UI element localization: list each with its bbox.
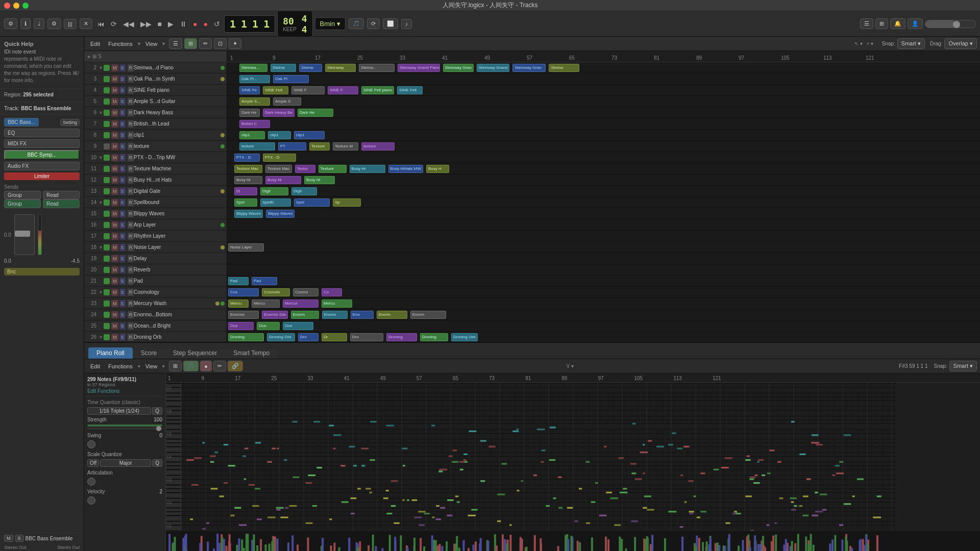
clip[interactable]: Enormo xyxy=(228,311,259,319)
swing-knob[interactable] xyxy=(87,440,95,448)
track-solo-btn[interactable]: S xyxy=(119,199,126,206)
track-solo-btn[interactable]: S xyxy=(119,120,126,128)
track-r-btn[interactable]: R xyxy=(128,154,134,161)
track-mute-btn[interactable]: M xyxy=(111,64,118,71)
clip[interactable]: Busy Hi xyxy=(304,176,335,184)
clip[interactable]: Oce xyxy=(283,322,313,330)
track-r-btn[interactable]: R xyxy=(128,199,134,206)
track-r-btn[interactable]: R xyxy=(128,289,134,296)
clip[interactable]: Steinw... xyxy=(359,64,395,72)
track-solo-btn[interactable]: S xyxy=(119,188,126,195)
track-row[interactable]: 6 ▼ M S R Dark Heavy Bass xyxy=(84,107,227,118)
group-btn[interactable]: Group xyxy=(4,191,41,199)
m-button[interactable]: M xyxy=(4,535,13,542)
snap-value[interactable]: Smart ▾ xyxy=(897,38,925,49)
clip[interactable]: Busy H xyxy=(426,165,449,173)
bnc-button[interactable]: Bnc xyxy=(4,268,80,276)
x-toolbar-btn[interactable]: ✕ xyxy=(80,18,92,29)
track-row[interactable]: 20 M S R Reverb xyxy=(84,264,227,276)
track-solo-btn[interactable]: S xyxy=(119,233,126,240)
clip[interactable]: Oak Pi xyxy=(273,75,309,83)
clip[interactable]: Blippy Waves xyxy=(266,210,295,218)
clip[interactable]: Texture Mac xyxy=(265,165,292,173)
track-mute-btn[interactable]: M xyxy=(111,322,118,330)
track-row[interactable]: 11 M S R Texture Machine xyxy=(84,163,227,174)
fader-handle[interactable] xyxy=(15,231,30,237)
track-mute-btn[interactable]: M xyxy=(111,177,118,184)
export-btn[interactable]: ⬜ xyxy=(383,18,398,29)
user-btn[interactable]: 👤 xyxy=(908,18,923,29)
track-row[interactable]: 8 M S R clip1 xyxy=(84,130,227,141)
clip[interactable]: PT xyxy=(278,142,306,151)
track-mute-btn[interactable]: M xyxy=(111,143,118,150)
track-mute-btn[interactable]: M xyxy=(111,109,118,116)
window-controls[interactable] xyxy=(4,3,29,9)
fast-forward-button[interactable]: ▶▶ xyxy=(138,19,154,29)
track-mute-btn[interactable]: M xyxy=(111,210,118,217)
track-solo-btn[interactable]: S xyxy=(119,177,126,184)
track-r-btn[interactable]: R xyxy=(128,120,134,128)
scale-off-select[interactable]: Off xyxy=(87,459,99,467)
track-r-btn[interactable]: R xyxy=(128,109,134,116)
track-r-btn[interactable]: R xyxy=(128,334,134,341)
track-solo-btn[interactable]: S xyxy=(119,87,126,94)
piano-roll-tab-step-sequencer[interactable]: Step Sequencer xyxy=(165,347,225,359)
loop-button[interactable]: ↺ xyxy=(212,19,222,29)
track-r-btn[interactable]: R xyxy=(128,322,134,330)
clip[interactable]: Droning xyxy=(228,333,264,341)
track-solo-btn[interactable]: S xyxy=(119,165,126,172)
track-row[interactable]: 21 M S R Pad xyxy=(84,276,227,287)
quantize-value-select[interactable]: 1/16 Triplet (1/24) xyxy=(87,407,151,415)
record-button[interactable]: ● xyxy=(191,19,199,29)
clip[interactable]: Dark He xyxy=(239,109,260,117)
clip[interactable]: Steinw xyxy=(271,64,296,72)
clip[interactable]: Texture M xyxy=(333,142,358,151)
track-row[interactable]: 15 M S R Blippy Waves xyxy=(84,208,227,219)
track-row[interactable]: 22 ▼ M S R Cosmology xyxy=(84,287,227,298)
clip[interactable]: Enorm xyxy=(410,311,446,319)
view-menu-button[interactable]: View xyxy=(142,40,161,48)
track-solo-btn[interactable]: S xyxy=(119,255,126,262)
track-r-btn[interactable]: R xyxy=(128,165,134,172)
clip[interactable]: Dark He xyxy=(298,109,333,117)
track-solo-btn[interactable]: S xyxy=(119,244,126,251)
track-mute-btn[interactable]: M xyxy=(111,221,118,229)
midi-fx-button[interactable]: MIDI FX xyxy=(4,139,80,148)
audio-fx-button[interactable]: Audio FX xyxy=(4,162,80,170)
clip[interactable]: Steinway Grand xyxy=(477,64,510,72)
clip[interactable]: Co xyxy=(322,288,342,296)
clip[interactable]: Spellb xyxy=(260,198,291,207)
clip[interactable]: Steinwa... xyxy=(239,64,267,72)
track-solo-btn[interactable]: S xyxy=(119,143,126,150)
track-r-btn[interactable]: R xyxy=(128,76,134,83)
track-mute-btn[interactable]: M xyxy=(111,120,118,128)
clip[interactable]: Mercu xyxy=(322,299,352,308)
info-toolbar-btn[interactable]: ℹ xyxy=(20,18,31,29)
pr-functions-menu[interactable]: Functions xyxy=(105,362,136,370)
track-row[interactable]: 23 M S R Mercury Wash xyxy=(84,298,227,309)
track-solo-btn[interactable]: S xyxy=(119,311,126,318)
edit-menu-button[interactable]: Edit xyxy=(87,40,103,48)
clip[interactable]: British C xyxy=(239,120,270,128)
settings-toolbar-btn[interactable]: ⚙ xyxy=(47,18,61,29)
track-mute-btn[interactable]: M xyxy=(111,76,118,83)
clip[interactable]: Busy Hi xyxy=(350,165,385,173)
control-toolbar-btn[interactable]: ⚙ xyxy=(4,18,17,29)
clip[interactable]: Digit xyxy=(260,187,288,195)
pr-link-btn[interactable]: 🔗 xyxy=(228,361,243,371)
bbc-symp-button[interactable]: BBC Symp... xyxy=(4,150,80,160)
track-solo-btn[interactable]: S xyxy=(119,210,126,217)
track-solo-btn[interactable]: S xyxy=(119,98,126,105)
clip[interactable]: SINE Felt xyxy=(263,86,288,94)
clip[interactable]: clip1 xyxy=(294,131,325,139)
edit-functions-label[interactable]: Edit Functions xyxy=(87,388,162,394)
clip[interactable]: Mercur xyxy=(283,299,318,308)
track-mute-btn[interactable]: M xyxy=(111,244,118,251)
bbc-bass-button[interactable]: BBC Bass... xyxy=(4,118,39,127)
clip[interactable]: Di xyxy=(234,187,257,195)
track-r-btn[interactable]: R xyxy=(128,64,134,71)
quantize-q-btn[interactable]: Q xyxy=(152,407,162,415)
track-mute-btn[interactable]: M xyxy=(111,289,118,296)
add-track-icon[interactable]: + xyxy=(87,54,90,60)
clip[interactable]: PTX - D xyxy=(263,154,296,162)
